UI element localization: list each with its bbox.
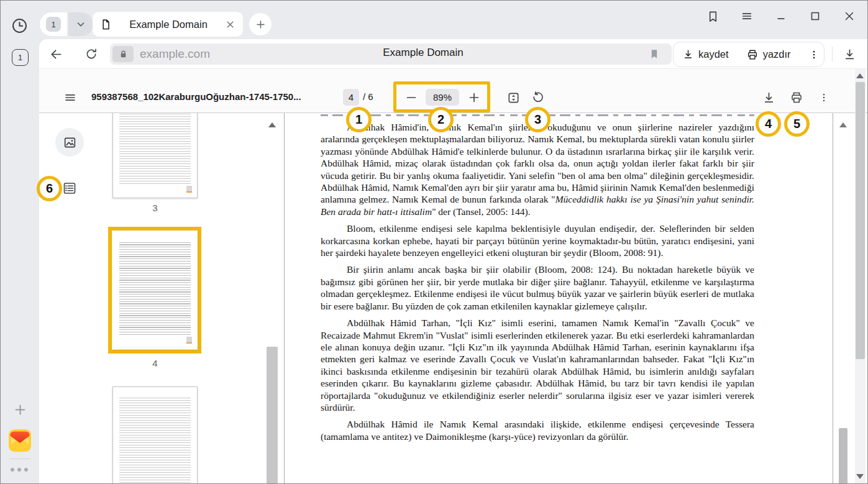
- thumbnail-text-preview: [119, 396, 191, 484]
- url-text: example.com: [140, 47, 210, 61]
- plus-icon: [13, 403, 27, 417]
- print-button-label: yazdır: [763, 48, 791, 60]
- zoom-level-display[interactable]: 89%: [426, 89, 459, 106]
- page-actions-group: kaydet yazdır: [673, 42, 825, 67]
- pdf-viewer-body: 3 4 Abdülhak Hâmid'in, Namık Kemal'ın şi…: [39, 113, 868, 484]
- paragraph: Abdülhak Hâmid Tarhan, "İçli Kız" isimli…: [321, 317, 754, 413]
- paragraph: Abdülhak Hâmid ile Namık Kemal arasındak…: [321, 418, 754, 442]
- rotate-ccw-icon: [531, 91, 545, 104]
- tab-group-badge-container[interactable]: 1: [40, 12, 67, 36]
- print-button[interactable]: yazdır: [738, 42, 800, 66]
- annotation-marker-1: 1: [346, 107, 372, 132]
- thumbnail-page-3[interactable]: [112, 113, 198, 198]
- thumbnail-label-4: 4: [112, 358, 198, 368]
- paragraph: Abdülhak Hâmid'in, Namık Kemal'ın şiirle…: [321, 121, 754, 217]
- site-security-chip[interactable]: [112, 46, 134, 62]
- thumbnail-stamp: [186, 186, 192, 193]
- outline-view-button[interactable]: [62, 181, 77, 196]
- image-icon: [63, 135, 77, 150]
- divider: [832, 47, 833, 62]
- bookmark-filled-icon: [648, 48, 660, 60]
- save-button[interactable]: kaydet: [674, 42, 738, 66]
- close-icon: [843, 9, 856, 23]
- pdf-filename: 959387568_102KaraburguOğuzhan-1745-1750.…: [91, 91, 331, 102]
- zoom-out-button[interactable]: [404, 90, 419, 105]
- download-icon: [682, 48, 694, 60]
- kebab-menu-icon: [818, 92, 829, 103]
- pdf-scroll-up-arrow[interactable]: [839, 122, 847, 127]
- pdf-sidebar-toggle-button[interactable]: [63, 90, 78, 105]
- yandex-mail-icon: [9, 429, 31, 452]
- mail-app-button[interactable]: [9, 429, 31, 452]
- pdf-page-total: / 6: [363, 91, 373, 102]
- sidebar-more-button[interactable]: [11, 468, 28, 472]
- tab-close-icon[interactable]: [225, 19, 235, 30]
- divider: [10, 459, 30, 459]
- maximize-icon: [808, 9, 822, 23]
- sidebar-tab-counter[interactable]: 1: [12, 49, 29, 66]
- page-file-icon: [100, 19, 112, 30]
- document-text: Abdülhak Hâmid'in, Namık Kemal'ın şiirle…: [321, 121, 754, 447]
- pdf-download-button[interactable]: [761, 90, 776, 105]
- reload-button[interactable]: [85, 47, 98, 61]
- pdf-scrollbar-thumb[interactable]: [839, 428, 847, 484]
- tab-group[interactable]: 1: [40, 12, 93, 36]
- minimize-button[interactable]: [773, 8, 789, 24]
- collections-button[interactable]: [705, 8, 721, 24]
- sidebar-add-button[interactable]: [12, 402, 27, 417]
- zoom-in-button[interactable]: [467, 90, 482, 105]
- tab-group-expander[interactable]: [68, 12, 93, 36]
- annotation-marker-5: 5: [784, 111, 810, 137]
- close-window-button[interactable]: [841, 8, 857, 24]
- more-actions-button[interactable]: [800, 42, 828, 66]
- browser-scroll-down-arrow[interactable]: [856, 474, 864, 479]
- pdf-page: Abdülhak Hâmid'in, Namık Kemal'ın şiirle…: [284, 113, 833, 484]
- maximize-button[interactable]: [807, 8, 823, 24]
- tab-example-domain[interactable]: Example Domain: [93, 12, 243, 37]
- lock-icon: [119, 50, 128, 59]
- bookmark-page-button[interactable]: [648, 48, 660, 60]
- hamburger-icon: [63, 91, 77, 104]
- annotation-marker-6: 6: [37, 176, 62, 201]
- thumbnail-scrollbar-thumb[interactable]: [267, 347, 278, 484]
- annotation-marker-3: 3: [525, 107, 550, 132]
- browser-scroll-up-arrow[interactable]: [856, 73, 864, 78]
- bookmark-outline-icon: [706, 9, 720, 24]
- downloads-button[interactable]: [842, 47, 857, 62]
- kebab-menu-icon: [808, 49, 820, 60]
- browser-scrollbar-thumb[interactable]: [856, 82, 865, 359]
- tab-group-count: 1: [46, 17, 61, 32]
- pdf-print-button[interactable]: [789, 90, 804, 105]
- hamburger-icon: [740, 9, 754, 23]
- clock-icon: [11, 17, 28, 34]
- chevron-down-icon: [75, 19, 86, 30]
- pdf-more-button[interactable]: [816, 90, 831, 105]
- fit-to-page-button[interactable]: [506, 90, 521, 105]
- thumbnail-label-3: 3: [112, 203, 198, 213]
- thumbnail-text-preview: [119, 240, 191, 335]
- new-tab-button[interactable]: [249, 13, 272, 35]
- minimize-icon: [774, 9, 788, 23]
- pdf-page-number-input[interactable]: 4: [343, 89, 359, 106]
- back-button[interactable]: [49, 47, 63, 61]
- fit-page-icon: [506, 91, 521, 105]
- browser-menu-button[interactable]: [739, 8, 755, 24]
- list-icon: [62, 181, 77, 196]
- reload-icon: [85, 47, 98, 61]
- thumbnail-page-5[interactable]: [112, 386, 198, 484]
- rotate-button[interactable]: [531, 90, 546, 105]
- paragraph: Bir şiirin anlamı ancak başka bir şiir o…: [321, 263, 754, 312]
- thumbnails-view-button[interactable]: [55, 128, 84, 157]
- plus-icon: [467, 91, 481, 104]
- thumbnail-text-preview: [119, 113, 191, 184]
- history-button[interactable]: [11, 17, 28, 34]
- thumbnail-scroll-up-arrow[interactable]: [268, 122, 276, 127]
- minus-icon: [404, 91, 418, 104]
- thumbnail-page-4[interactable]: [112, 231, 198, 349]
- annotation-marker-4: 4: [756, 111, 781, 137]
- download-icon: [762, 91, 776, 105]
- annotation-marker-2: 2: [428, 107, 454, 132]
- download-arrow-icon: [843, 47, 857, 62]
- thumbnail-stamp: [186, 337, 192, 344]
- plus-icon: [255, 19, 267, 30]
